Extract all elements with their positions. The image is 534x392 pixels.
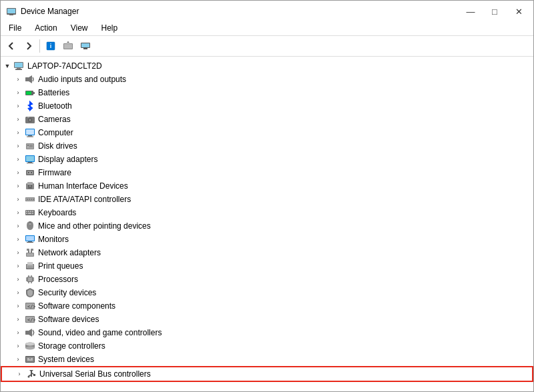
menu-view[interactable]: View — [65, 22, 93, 34]
svg-text:</>: </> — [27, 317, 35, 323]
content-area[interactable]: ▼ LAPTOP-7ADCLT2D › Audio inputs and out… — [1, 57, 533, 391]
window-icon — [6, 6, 17, 17]
expand-icon-2: › — [14, 103, 22, 109]
tree-category-13[interactable]: › Network adapters — [1, 246, 533, 259]
tree-root-node[interactable]: ▼ LAPTOP-7ADCLT2D — [1, 59, 533, 73]
tree-category-18[interactable]: › </> Software devices — [1, 313, 533, 326]
menu-help[interactable]: Help — [96, 22, 123, 34]
tree-category-10[interactable]: › Keyboards — [1, 206, 533, 219]
tree-category-19[interactable]: › Sound, video and game controllers — [1, 326, 533, 339]
svg-rect-44 — [31, 185, 32, 187]
svg-marker-96 — [29, 329, 32, 337]
svg-rect-23 — [27, 117, 29, 118]
tree-category-0[interactable]: › Audio inputs and outputs — [1, 73, 533, 86]
expand-icon-3: › — [14, 116, 22, 123]
svg-point-50 — [31, 199, 32, 200]
tree-category-1[interactable]: › Batteries — [1, 86, 533, 99]
tree-category-4[interactable]: › Computer — [1, 126, 533, 139]
svg-rect-10 — [83, 48, 87, 49]
svg-rect-71 — [31, 249, 33, 251]
expand-icon-21: › — [14, 356, 22, 363]
root-label: LAPTOP-7ADCLT2D — [27, 61, 102, 71]
tree-category-15[interactable]: › Processors — [1, 273, 533, 286]
tree-category-6[interactable]: › Display adapters — [1, 153, 533, 166]
software-icon-17: </> — [25, 301, 35, 311]
svg-rect-56 — [32, 211, 33, 212]
tree-category-5[interactable]: › Disk drives — [1, 139, 533, 153]
disk-icon-5 — [25, 141, 35, 151]
expand-icon-14: › — [14, 263, 22, 269]
tree-category-7[interactable]: › Firmware — [1, 166, 533, 179]
expand-icon-20: › — [14, 343, 22, 349]
keyboard-icon-10 — [25, 207, 35, 218]
svg-rect-6 — [64, 44, 72, 49]
back-button[interactable] — [3, 38, 19, 54]
device-manager-window: Device Manager — □ ✕ File Action View He… — [0, 0, 534, 392]
device-tree: ▼ LAPTOP-7ADCLT2D › Audio inputs and out… — [1, 57, 533, 385]
expand-icon-1: › — [14, 89, 22, 96]
expand-icon-15: › — [14, 276, 22, 283]
tree-category-11[interactable]: › Mice and other pointing devices — [1, 219, 533, 233]
svg-rect-45 — [28, 187, 32, 189]
svg-rect-13 — [17, 68, 21, 69]
forward-button[interactable] — [21, 38, 37, 54]
tree-category-17[interactable]: › </> Software components — [1, 299, 533, 313]
tree-category-20[interactable]: › Storage controllers — [1, 339, 533, 353]
print-icon-14 — [25, 261, 35, 271]
svg-marker-107 — [29, 370, 33, 372]
tree-category-16[interactable]: › Security devices — [1, 286, 533, 299]
tree-category-2[interactable]: › Bluetooth — [1, 99, 533, 113]
hid-icon-8 — [25, 181, 35, 191]
category-label-14: Print queues — [38, 261, 83, 271]
security-icon-16 — [25, 287, 35, 298]
category-label-7: Firmware — [38, 168, 71, 177]
svg-rect-59 — [32, 213, 33, 214]
close-button[interactable]: ✕ — [509, 5, 528, 18]
title-bar-left: Device Manager — [6, 6, 79, 17]
minimize-button[interactable]: — — [461, 5, 480, 18]
svg-rect-109 — [33, 374, 35, 376]
svg-rect-18 — [33, 92, 35, 94]
audio-icon-0 — [25, 74, 35, 85]
properties-button[interactable]: i — [43, 38, 59, 54]
svg-text:i: i — [50, 43, 52, 49]
svg-rect-54 — [28, 211, 29, 212]
tree-category-14[interactable]: › Print queues — [1, 259, 533, 273]
category-label-16: Security devices — [38, 288, 96, 297]
expand-icon-18: › — [14, 316, 22, 323]
expand-icon-9: › — [14, 196, 22, 203]
category-label-17: Software components — [38, 301, 115, 311]
svg-rect-1 — [7, 9, 15, 13]
sound-icon-19 — [25, 327, 35, 338]
tree-category-8[interactable]: › Human Interface Devices — [1, 179, 533, 193]
category-label-1: Batteries — [38, 88, 69, 97]
update-driver-button[interactable] — [60, 38, 76, 54]
svg-rect-64 — [28, 241, 32, 242]
svg-rect-15 — [25, 77, 29, 81]
category-label-15: Processors — [38, 275, 78, 284]
scan-button[interactable] — [77, 38, 93, 54]
category-label-8: Human Interface Devices — [38, 181, 128, 191]
expand-icon-7: › — [14, 169, 22, 176]
menu-action[interactable]: Action — [29, 22, 62, 34]
category-label-6: Display adapters — [38, 155, 97, 164]
svg-rect-95 — [25, 331, 29, 335]
expand-icon-10: › — [14, 209, 22, 216]
category-label-12: Monitors — [38, 235, 69, 244]
tree-category-21[interactable]: › System devices — [1, 353, 533, 366]
svg-point-51 — [33, 199, 34, 200]
tree-category-3[interactable]: › Cameras — [1, 113, 533, 126]
svg-rect-74 — [27, 262, 33, 265]
svg-marker-7 — [67, 41, 69, 43]
tree-category-22[interactable]: › Universal Serial Bus controllers — [1, 366, 533, 382]
tree-category-9[interactable]: › IDE ATA/ATAPI controllers — [1, 193, 533, 206]
maximize-button[interactable]: □ — [485, 5, 504, 18]
bluetooth-icon-2 — [25, 101, 35, 111]
tree-category-12[interactable]: › Monitors — [1, 233, 533, 246]
network-icon-13 — [25, 247, 35, 258]
svg-rect-70 — [27, 249, 29, 251]
menu-file[interactable]: File — [3, 22, 27, 34]
expand-icon-13: › — [14, 249, 22, 256]
svg-rect-9 — [81, 43, 89, 47]
firmware-icon-7 — [25, 167, 35, 178]
